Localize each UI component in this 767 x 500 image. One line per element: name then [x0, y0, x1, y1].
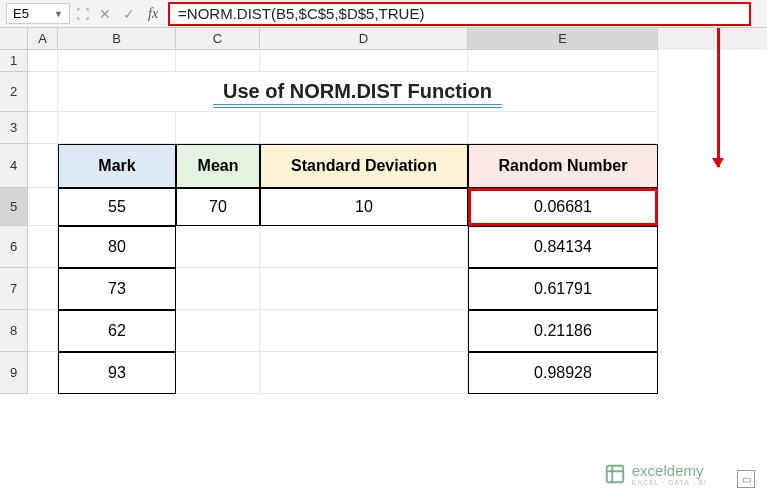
cell-B7[interactable]: 73 — [58, 268, 176, 310]
cell-C1[interactable] — [176, 50, 260, 72]
col-header-A[interactable]: A — [28, 28, 58, 50]
cell-A8[interactable] — [28, 310, 58, 352]
formula-input[interactable]: =NORM.DIST(B5,$C$5,$D$5,TRUE) — [168, 2, 751, 26]
row-5: 5 55 70 10 0.06681 — [0, 188, 767, 226]
cell-E3[interactable] — [468, 112, 658, 144]
grid-rows: 1 2 Use of NORM.DIST Function 3 4 Mar — [0, 50, 767, 394]
cell-A6[interactable] — [28, 226, 58, 268]
col-header-D[interactable]: D — [260, 28, 468, 50]
cell-D8[interactable] — [260, 310, 468, 352]
name-box[interactable]: E5 ▼ — [6, 3, 70, 24]
row-header-9[interactable]: 9 — [0, 352, 28, 394]
cell-A5[interactable] — [28, 188, 58, 226]
row-9: 9 93 0.98928 — [0, 352, 767, 394]
cell-D7[interactable] — [260, 268, 468, 310]
row-7: 7 73 0.61791 — [0, 268, 767, 310]
col-header-B[interactable]: B — [58, 28, 176, 50]
enter-icon[interactable]: ✓ — [120, 6, 138, 22]
cell-C3[interactable] — [176, 112, 260, 144]
display-options-button[interactable]: ▭ — [737, 470, 755, 488]
cell-A7[interactable] — [28, 268, 58, 310]
row-header-6[interactable]: 6 — [0, 226, 28, 268]
watermark: exceldemy EXCEL · DATA · BI — [604, 462, 707, 486]
cell-B8[interactable]: 62 — [58, 310, 176, 352]
col-header-C[interactable]: C — [176, 28, 260, 50]
row-header-2[interactable]: 2 — [0, 72, 28, 112]
watermark-tag: EXCEL · DATA · BI — [632, 479, 707, 486]
cell-C5[interactable]: 70 — [176, 188, 260, 226]
cell-E9[interactable]: 0.98928 — [468, 352, 658, 394]
column-headers: A B C D E — [0, 28, 767, 50]
cell-B6[interactable]: 80 — [58, 226, 176, 268]
cell-A4[interactable] — [28, 144, 58, 188]
cell-D9[interactable] — [260, 352, 468, 394]
callout-arrow — [717, 28, 720, 167]
cell-E5[interactable]: 0.06681 — [468, 188, 658, 226]
name-box-value: E5 — [13, 6, 29, 21]
cell-C8[interactable] — [176, 310, 260, 352]
cell-D5[interactable]: 10 — [260, 188, 468, 226]
row-3: 3 — [0, 112, 767, 144]
row-header-7[interactable]: 7 — [0, 268, 28, 310]
cell-E6[interactable]: 0.84134 — [468, 226, 658, 268]
cell-B5[interactable]: 55 — [58, 188, 176, 226]
cell-B3[interactable] — [58, 112, 176, 144]
header-mark[interactable]: Mark — [58, 144, 176, 188]
row-header-3[interactable]: 3 — [0, 112, 28, 144]
cell-C6[interactable] — [176, 226, 260, 268]
cell-A1[interactable] — [28, 50, 58, 72]
header-random[interactable]: Random Number — [468, 144, 658, 188]
cell-C9[interactable] — [176, 352, 260, 394]
cell-E8[interactable]: 0.21186 — [468, 310, 658, 352]
row-header-4[interactable]: 4 — [0, 144, 28, 188]
collapse-icon[interactable] — [76, 7, 90, 21]
formula-text: =NORM.DIST(B5,$C$5,$D$5,TRUE) — [178, 5, 424, 22]
row-header-1[interactable]: 1 — [0, 50, 28, 72]
row-header-5[interactable]: 5 — [0, 188, 28, 226]
fx-icon[interactable]: fx — [144, 6, 162, 22]
row-6: 6 80 0.84134 — [0, 226, 767, 268]
cell-C7[interactable] — [176, 268, 260, 310]
chevron-down-icon[interactable]: ▼ — [54, 9, 63, 19]
row-8: 8 62 0.21186 — [0, 310, 767, 352]
cell-B1[interactable] — [58, 50, 176, 72]
cell-D1[interactable] — [260, 50, 468, 72]
svg-rect-0 — [607, 466, 624, 483]
cell-A2[interactable] — [28, 72, 58, 112]
cell-D3[interactable] — [260, 112, 468, 144]
row-4: 4 Mark Mean Standard Deviation Random Nu… — [0, 144, 767, 188]
row-header-8[interactable]: 8 — [0, 310, 28, 352]
cell-D6[interactable] — [260, 226, 468, 268]
formula-bar[interactable]: =NORM.DIST(B5,$C$5,$D$5,TRUE) — [168, 2, 761, 26]
cancel-icon[interactable]: ✕ — [96, 6, 114, 22]
header-std[interactable]: Standard Deviation — [260, 144, 468, 188]
cell-A3[interactable] — [28, 112, 58, 144]
title-cell[interactable]: Use of NORM.DIST Function — [58, 72, 658, 112]
cell-E1[interactable] — [468, 50, 658, 72]
formula-bar-row: E5 ▼ ✕ ✓ fx =NORM.DIST(B5,$C$5,$D$5,TRUE… — [0, 0, 767, 28]
cell-A9[interactable] — [28, 352, 58, 394]
select-all-corner[interactable] — [0, 28, 28, 50]
row-2: 2 Use of NORM.DIST Function — [0, 72, 767, 112]
header-mean[interactable]: Mean — [176, 144, 260, 188]
cell-B9[interactable]: 93 — [58, 352, 176, 394]
watermark-icon — [604, 463, 626, 485]
row-1: 1 — [0, 50, 767, 72]
page-title: Use of NORM.DIST Function — [213, 78, 502, 108]
cell-E7[interactable]: 0.61791 — [468, 268, 658, 310]
col-header-E[interactable]: E — [468, 28, 658, 50]
spreadsheet: A B C D E 1 2 Use of NORM.DIST Function … — [0, 28, 767, 394]
watermark-name: exceldemy — [632, 462, 707, 479]
